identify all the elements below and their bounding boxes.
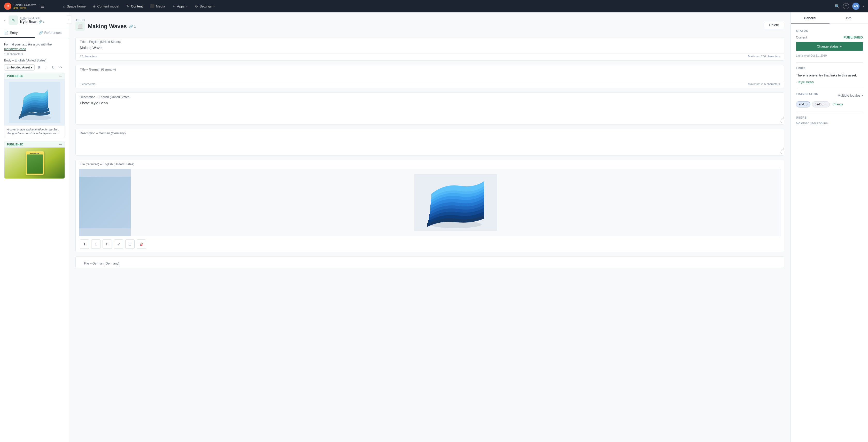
nav-items: ⌂ Space home ◈ Content model ✎ Content ⬛… <box>60 3 835 10</box>
title-en-max: Maximum 256 characters <box>748 55 780 58</box>
tab-general[interactable]: General <box>791 12 830 24</box>
content-icon: ✎ <box>126 4 129 8</box>
nav-logo: C Colorful Collective ante_demo ☰ <box>4 3 56 10</box>
embedded-card-1: PUBLISHED ••• <box>4 72 65 138</box>
entry-link-count: 🔗 1 <box>38 20 44 24</box>
links-section-label: LINKS <box>796 67 863 70</box>
delete-button[interactable]: Delete <box>764 21 784 29</box>
sidebar-toggle[interactable]: ‹ <box>67 15 72 24</box>
logo-icon[interactable]: C <box>4 3 11 10</box>
file-transform-button[interactable]: ⊡ <box>125 240 134 249</box>
nav-content-model[interactable]: ◈ Content model <box>90 3 122 10</box>
asset-link-count: 🔗 1 <box>129 25 136 28</box>
nav-settings[interactable]: ⚙ Settings ▾ <box>192 3 218 10</box>
media-icon: ⬛ <box>150 4 154 8</box>
change-status-button[interactable]: Change status ▾ <box>796 42 863 51</box>
file-preview-main <box>131 169 781 236</box>
logo-text: Colorful Collective ante_demo <box>13 3 36 9</box>
status-value: PUBLISHED <box>843 35 863 39</box>
link-bullet: • <box>796 81 797 84</box>
card2-more-icon[interactable]: ••• <box>59 143 62 146</box>
top-navigation: C Colorful Collective ante_demo ☰ ⌂ Spac… <box>0 0 868 12</box>
nav-space-home[interactable]: ⌂ Space home <box>60 3 89 10</box>
apps-chevron: ▾ <box>186 5 188 8</box>
locale-de-remove[interactable]: ✕ <box>825 103 827 106</box>
avatar-chevron[interactable]: ▾ <box>863 5 864 8</box>
file-en-section: File (required) – English (United States… <box>75 160 784 252</box>
body-label: Body – English (United States) <box>4 59 65 62</box>
help-button[interactable]: ? <box>843 3 849 9</box>
card1-more-icon[interactable]: ••• <box>59 74 62 77</box>
file-crop-button[interactable]: ⤢ <box>114 240 123 249</box>
title-de-input[interactable] <box>76 71 784 80</box>
embedded-card-2-image: Do Something <box>4 148 65 179</box>
bold-button[interactable]: B <box>36 64 42 70</box>
file-de-section: File – German (Germany) <box>75 256 784 268</box>
entry-icon: ✎ <box>8 15 18 25</box>
file-delete-button[interactable]: 🗑 <box>137 240 146 249</box>
tab-entry[interactable]: 📄 Entry <box>0 28 35 38</box>
org-name: Colorful Collective <box>13 3 36 6</box>
file-en-label: File (required) – English (United States… <box>76 160 784 169</box>
nav-right: 🔍 ? AS ▾ <box>835 3 864 10</box>
file-preview-left <box>79 169 131 236</box>
tab-info[interactable]: Info <box>830 12 868 24</box>
entry-breadcrumb: #_[]-topic-Article <box>20 17 65 20</box>
divider-2 <box>796 88 863 88</box>
nav-media[interactable]: ⬛ Media <box>147 3 168 10</box>
desc-de-label: Description – German (Germany) <box>76 129 784 135</box>
title-en-footer: 12 characters Maximum 256 characters <box>76 54 784 60</box>
links-description: There is one entry that links to this as… <box>796 73 863 78</box>
desc-en-textarea[interactable]: Photo: Kyle Bean <box>76 99 784 120</box>
right-tabs: General Info <box>791 12 868 24</box>
right-sidebar: General Info STATUS Current PUBLISHED Ch… <box>790 12 868 442</box>
italic-button[interactable]: I <box>43 64 49 70</box>
embedded-card-2-header: PUBLISHED ••• <box>4 141 65 148</box>
entry-doc-icon: 📄 <box>4 31 8 35</box>
file-info-button[interactable]: ℹ <box>91 240 100 249</box>
title-de-field: Title – German (Germany) 0 characters Ma… <box>75 65 784 88</box>
locale-en-tag[interactable]: en-US <box>796 101 810 107</box>
link-entry-name[interactable]: Kyle Bean <box>799 80 814 84</box>
code-button[interactable]: <> <box>57 64 64 70</box>
rich-text-toolbar: Embedded Asset ▾ B I U <> <box>4 64 65 70</box>
multiple-locales-button[interactable]: Multiple locales ▾ <box>838 94 863 97</box>
underline-button[interactable]: U <box>50 64 56 70</box>
translation-row: TRANSLATION Multiple locales ▾ <box>796 93 863 99</box>
locale-de-tag[interactable]: de-DE ✕ <box>812 101 830 107</box>
markdown-link[interactable]: markdown chea <box>4 47 26 51</box>
embedded-card-1-header: PUBLISHED ••• <box>4 73 65 79</box>
nav-apps[interactable]: ✦ Apps ▾ <box>169 3 191 10</box>
file-toolbar: ⬇ ℹ ↻ ⤢ ⊡ 🗑 <box>76 236 784 252</box>
search-icon[interactable]: 🔍 <box>835 4 840 9</box>
char-count-body: 160 characters <box>4 53 65 56</box>
magazine-cover: Do Something <box>26 151 44 175</box>
dropdown-chevron: ▾ <box>31 66 32 69</box>
title-en-input[interactable] <box>76 44 784 53</box>
apps-icon: ✦ <box>172 4 176 8</box>
nav-content[interactable]: ✎ Content <box>123 3 146 10</box>
file-preview <box>79 169 781 236</box>
users-section-label: USERS <box>796 116 863 119</box>
user-avatar[interactable]: AS <box>852 3 860 10</box>
desc-en-field: Description – English (United States) Ph… <box>75 93 784 125</box>
title-en-field: Title – English (United States) 12 chara… <box>75 37 784 61</box>
hamburger-icon[interactable]: ☰ <box>40 4 44 9</box>
locale-tags: en-US de-DE ✕ Change <box>796 101 863 107</box>
change-locales-link[interactable]: Change <box>832 102 843 106</box>
entry-title: Kyle Bean 🔗 1 <box>20 20 65 24</box>
desc-de-textarea[interactable] <box>76 135 784 151</box>
file-download-button[interactable]: ⬇ <box>80 240 89 249</box>
file-rotate-button[interactable]: ↻ <box>102 240 112 249</box>
asset-header: Asset ⬜ Making Waves 🔗 1 Delete <box>75 19 784 31</box>
divider-1 <box>796 62 863 63</box>
embedded-card-1-image <box>4 79 65 126</box>
sidebar-tabs: 📄 Entry 🔗 References <box>0 28 69 38</box>
settings-icon: ⚙ <box>195 4 198 8</box>
embedded-asset-dropdown[interactable]: Embedded Asset ▾ <box>4 64 35 70</box>
asset-header-left: Asset ⬜ Making Waves 🔗 1 <box>75 19 136 31</box>
tab-references[interactable]: 🔗 References <box>35 28 69 38</box>
asset-type-icon: ⬜ <box>75 22 85 31</box>
title-de-max: Maximum 256 characters <box>748 83 780 86</box>
back-button[interactable]: ‹ <box>4 18 5 23</box>
